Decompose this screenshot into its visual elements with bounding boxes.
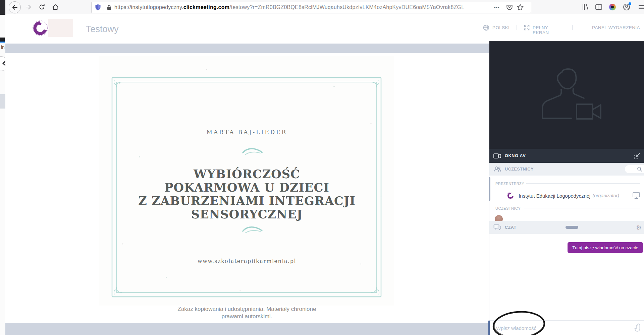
urlbar-divider: [104, 4, 104, 11]
organizer-logo: [32, 19, 49, 37]
pocket-save-icon[interactable]: [506, 4, 513, 11]
chat-settings-gear-icon[interactable]: ⚙: [636, 223, 642, 231]
av-window-header[interactable]: OKNO AV: [489, 149, 644, 163]
url-path: /testowy?r=ZmR0BGZ0BQE8sRclMJWuqauhsUkdp…: [229, 4, 464, 10]
panel-drag-handle[interactable]: [566, 226, 578, 229]
disclaimer-line: prawami autorskimi.: [113, 313, 381, 320]
participants-list: PREZENTERZY Instytut Edukacji Logopedycz…: [489, 176, 644, 221]
group-divider: [526, 183, 640, 184]
participants-panel-header[interactable]: UCZESTNICY: [489, 163, 644, 176]
url-text: https://instytutlogopedyczny.clickmeetin…: [114, 4, 493, 10]
slide-title: WYBIÓRCZOŚĆ POKARMOWA U DZIECI Z ZABURZE…: [113, 168, 381, 221]
sidebars-icon[interactable]: [595, 3, 603, 11]
popout-av-icon[interactable]: [634, 153, 641, 159]
browser-reload-button[interactable]: [36, 1, 48, 13]
participants-search-input[interactable]: [625, 165, 644, 173]
attendees-group-label: UCZESTNICY: [495, 206, 521, 210]
chat-messages-area: Tutaj piszę wiadomość na czacie: [489, 234, 644, 320]
event-panel-label: PANEL WYDARZENIA: [592, 25, 640, 30]
swirl-ornament: [241, 147, 263, 156]
notification-dot: [629, 2, 631, 5]
chat-panel-header[interactable]: CZAT ⚙: [489, 221, 644, 234]
account-button[interactable]: [623, 3, 631, 11]
slide-author: MARTA BAJ-LIEDER: [113, 129, 381, 135]
swirl-ornament: [241, 226, 263, 234]
fullscreen-icon: [524, 25, 530, 30]
participants-scrollbar[interactable]: [489, 177, 490, 201]
url-domain: clickmeeting.com: [183, 4, 229, 10]
raise-hand-icon[interactable]: [634, 323, 642, 332]
extension-camera-icon[interactable]: [609, 4, 616, 10]
chat-annotation-tooltip: Tutaj piszę wiadomość na czacie: [568, 242, 643, 253]
tracking-protection-shield-icon[interactable]: [95, 4, 101, 11]
url-fade: [453, 4, 493, 10]
background-window-titlebar: [0, 0, 5, 15]
av-window: [489, 41, 644, 149]
url-scheme-host: https://instytutlogopedyczny.: [114, 4, 183, 10]
camera-icon: [493, 153, 501, 159]
background-window-button: [0, 94, 5, 109]
browser-forward-button[interactable]: [23, 1, 34, 13]
participants-icon: [493, 166, 501, 173]
slide-website: www.szkolaterapiikarmienia.pl: [113, 258, 381, 264]
slide-title-line: SENSORYCZNEJ: [113, 208, 381, 221]
back-arrow-icon: [11, 4, 18, 11]
reload-icon: [39, 4, 45, 10]
browser-toolbar: https://instytutlogopedyczny.clickmeetin…: [5, 0, 644, 14]
screen: { "bg_window": { "tab_label": "in" }, "b…: [0, 0, 644, 335]
slide-title-line: WYBIÓRCZOŚĆ: [113, 168, 381, 181]
chat-icon: [493, 224, 501, 231]
attendee-avatar: [495, 215, 503, 221]
browser-back-button[interactable]: [9, 1, 21, 13]
header-separator: [517, 25, 517, 30]
home-icon: [52, 4, 59, 10]
chat-panel-title: CZAT: [505, 225, 517, 230]
screen-share-icon: [632, 192, 640, 199]
chat-message-input[interactable]: [495, 323, 618, 333]
disclaimer-line: Zakaz kopiowania i udostępniania. Materi…: [113, 306, 381, 313]
presentation-top-bar: [5, 44, 489, 53]
browser-home-button[interactable]: [50, 1, 61, 13]
bookmark-star-icon[interactable]: [517, 4, 524, 11]
slide-title-line: Z ZABURZENIAMI INTEGRACJI: [113, 194, 381, 208]
chat-input-row: [489, 320, 644, 335]
address-bar[interactable]: https://instytutlogopedyczny.clickmeetin…: [91, 2, 531, 13]
background-tab-label: in: [1, 45, 5, 50]
meeting-sidebar: OKNO AV UCZESTNICY PREZENTERZY: [489, 41, 644, 335]
header-separator: [572, 25, 573, 30]
presentation-area: MARTA BAJ-LIEDER WYBIÓRCZOŚĆ POKARMOWA U…: [5, 41, 489, 335]
participant-row-organizer[interactable]: Instytut Edukacji Logopedycznej (organiz…: [493, 190, 640, 202]
extension-icon-center: [611, 6, 614, 8]
camera-placeholder-silhouette-icon: [537, 65, 604, 126]
copyright-disclaimer: Zakaz kopiowania i udostępniania. Materi…: [113, 306, 381, 320]
room-title: Testowy: [86, 24, 119, 35]
page-actions-button[interactable]: •••: [494, 5, 500, 10]
background-active-tab-indicator: [0, 42, 5, 43]
group-divider: [524, 208, 640, 208]
fullscreen-label: PEŁNY EKRAN: [533, 25, 549, 35]
library-icon[interactable]: [581, 3, 589, 11]
webinar-header: Testowy POLSKI PEŁNY EKRAN PANEL WYDARZE…: [5, 14, 644, 41]
lock-icon: [107, 4, 112, 10]
globe-icon: [483, 24, 489, 31]
header-faded-image: [48, 19, 73, 37]
participant-name: Instytut Edukacji Logopedycznej: [519, 193, 590, 199]
forward-arrow-icon: [25, 4, 32, 10]
participants-panel-title: UCZESTNICY: [505, 167, 534, 172]
presentation-bottom-bar: [5, 323, 489, 335]
av-window-title: OKNO AV: [505, 153, 526, 158]
slide-title-line: POKARMOWA U DZIECI: [113, 181, 381, 194]
menu-hamburger-icon[interactable]: [637, 3, 644, 11]
presenters-group-label: PREZENTERZY: [495, 182, 524, 186]
chat-edge-marker: [488, 321, 490, 335]
organizer-avatar: [506, 192, 515, 200]
search-icon: [637, 166, 642, 172]
language-label: POLSKI: [492, 25, 509, 30]
participant-role: (organizator): [592, 193, 619, 198]
